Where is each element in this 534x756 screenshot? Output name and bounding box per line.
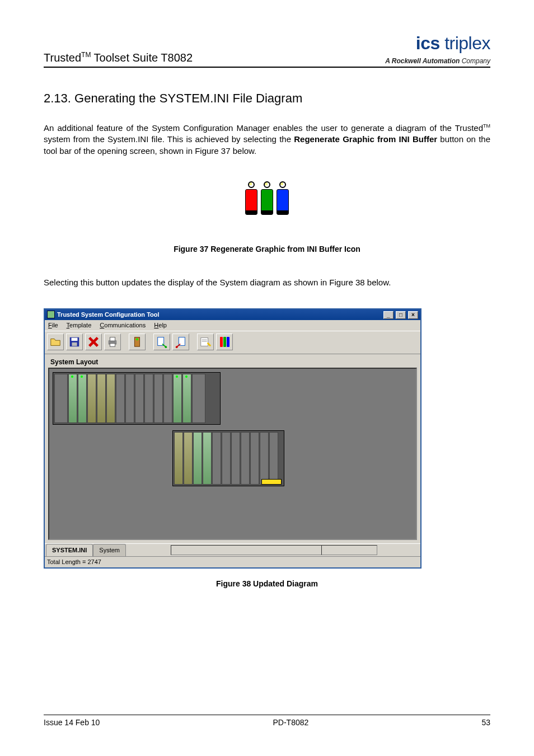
svg-rect-2: [72, 342, 77, 346]
footer-left: Issue 14 Feb 10: [44, 717, 100, 728]
chassis-bottom[interactable]: [172, 430, 284, 486]
tab-system[interactable]: System: [93, 544, 126, 556]
close-button[interactable]: ×: [408, 311, 418, 319]
brand-line1: ics triplex: [385, 31, 490, 55]
slot-empty[interactable]: [154, 374, 163, 423]
module-icon-green: [260, 181, 274, 219]
status-panes: [171, 545, 419, 555]
brand-logo: ics triplex A Rockwell Automation Compan…: [385, 31, 490, 65]
slot[interactable]: [182, 374, 191, 423]
page-header: TrustedTM Toolset Suite T8082 ics triple…: [44, 31, 490, 68]
slot[interactable]: [192, 374, 205, 423]
paragraph-2: Selecting this button updates the displa…: [44, 277, 490, 288]
para1-tm: TM: [483, 123, 490, 129]
window-controls: _ □ ×: [383, 311, 418, 319]
regenerate-graphic-icon: [44, 181, 490, 219]
section-heading: 2.13. Generating the SYSTEM.INI File Dia…: [44, 90, 490, 107]
svg-rect-12: [201, 337, 208, 346]
brand-line2: A Rockwell Automation Company: [385, 57, 490, 65]
save-button[interactable]: [66, 334, 83, 350]
slot[interactable]: [174, 432, 183, 485]
panel-label: System Layout: [48, 355, 417, 368]
svg-point-9: [165, 346, 167, 348]
open-button[interactable]: [47, 334, 64, 350]
statusbar: Total Length = 2747: [45, 556, 420, 567]
slot-empty[interactable]: [212, 432, 221, 485]
menu-file[interactable]: File: [48, 322, 58, 328]
slot-empty[interactable]: [241, 432, 250, 485]
module-icon-red: [245, 181, 258, 219]
slot[interactable]: [97, 374, 106, 423]
warning-indicator-icon: [261, 479, 282, 485]
slot-empty[interactable]: [163, 374, 172, 423]
app-icon: [47, 311, 55, 318]
figure-37-caption: Figure 37 Regenerate Graphic from INI Bu…: [44, 244, 490, 255]
minimize-button[interactable]: _: [383, 311, 394, 319]
figure-38-caption: Figure 38 Updated Diagram: [44, 579, 490, 589]
menu-help[interactable]: Help: [154, 322, 167, 328]
section-number: 2.13.: [44, 91, 71, 105]
window-title: Trusted System Configuration Tool: [57, 311, 160, 319]
para1-b: system from the System.INI file. This is…: [44, 134, 294, 144]
brand-sub-thin: Company: [460, 57, 490, 65]
slot-empty[interactable]: [222, 432, 231, 485]
brand-sub-bold: A Rockwell Automation: [385, 57, 460, 65]
slot[interactable]: [87, 374, 96, 423]
footer-center: PD-T8082: [273, 717, 309, 728]
slot[interactable]: [173, 374, 182, 423]
header-left: TrustedTM Toolset Suite T8082: [44, 50, 193, 65]
brand-thin: triplex: [440, 33, 490, 53]
footer-right: 53: [481, 717, 490, 728]
titlebar[interactable]: Trusted System Configuration Tool _ □ ×: [45, 309, 420, 320]
svg-point-7: [136, 338, 138, 340]
header-tm: TM: [81, 51, 91, 59]
para1-a: An additional feature of the System Conf…: [44, 123, 483, 133]
menu-communications[interactable]: Communications: [100, 322, 146, 328]
svg-rect-4: [110, 337, 115, 341]
slot-empty[interactable]: [269, 432, 278, 485]
delete-button[interactable]: [85, 334, 102, 350]
slot[interactable]: [203, 432, 212, 485]
doc-right-button[interactable]: [172, 334, 189, 350]
maximize-button[interactable]: □: [396, 311, 406, 319]
brand-bold: ics: [416, 33, 440, 53]
header-left-suffix: Toolset Suite T8082: [91, 51, 193, 64]
slot[interactable]: [78, 374, 87, 423]
slot-empty[interactable]: [231, 432, 240, 485]
app-window: Trusted System Configuration Tool _ □ × …: [44, 308, 421, 569]
slot[interactable]: [106, 374, 115, 423]
tab-system-ini[interactable]: SYSTEM.INI: [46, 544, 93, 556]
page-footer: Issue 14 Feb 10 PD-T8082 53: [44, 715, 490, 728]
slot-empty[interactable]: [144, 374, 153, 423]
svg-rect-1: [72, 337, 78, 341]
regenerate-graphic-button[interactable]: [216, 334, 233, 350]
section-title: Generating the SYSTEM.INI File Diagram: [74, 91, 302, 105]
slot-empty[interactable]: [250, 432, 259, 485]
slot[interactable]: [184, 432, 193, 485]
header-left-prefix: Trusted: [44, 51, 81, 64]
print-button[interactable]: [104, 334, 121, 350]
menubar: File Template Communications Help: [45, 320, 420, 331]
slot[interactable]: [54, 374, 68, 423]
menu-template[interactable]: Template: [67, 322, 92, 328]
chassis-top[interactable]: [53, 372, 221, 425]
module-icon-blue: [276, 181, 289, 219]
properties-button[interactable]: [197, 334, 214, 350]
paragraph-1: An additional feature of the System Conf…: [44, 123, 490, 157]
diagram-area[interactable]: [48, 368, 417, 540]
slot-empty[interactable]: [116, 374, 125, 423]
slot[interactable]: [68, 374, 77, 423]
slot-empty[interactable]: [135, 374, 144, 423]
para1-bold: Regenerate Graphic from INI Buffer: [294, 134, 437, 144]
tabs-row: SYSTEM.INI System: [45, 543, 420, 556]
toolbar: [45, 331, 420, 354]
slot-empty[interactable]: [260, 432, 269, 485]
slot-empty[interactable]: [125, 374, 134, 423]
slot[interactable]: [193, 432, 202, 485]
doc-left-button[interactable]: [153, 334, 170, 350]
svg-point-11: [176, 346, 178, 348]
module-button[interactable]: [129, 334, 146, 350]
svg-rect-5: [110, 344, 115, 347]
system-layout-panel: System Layout: [45, 354, 420, 543]
